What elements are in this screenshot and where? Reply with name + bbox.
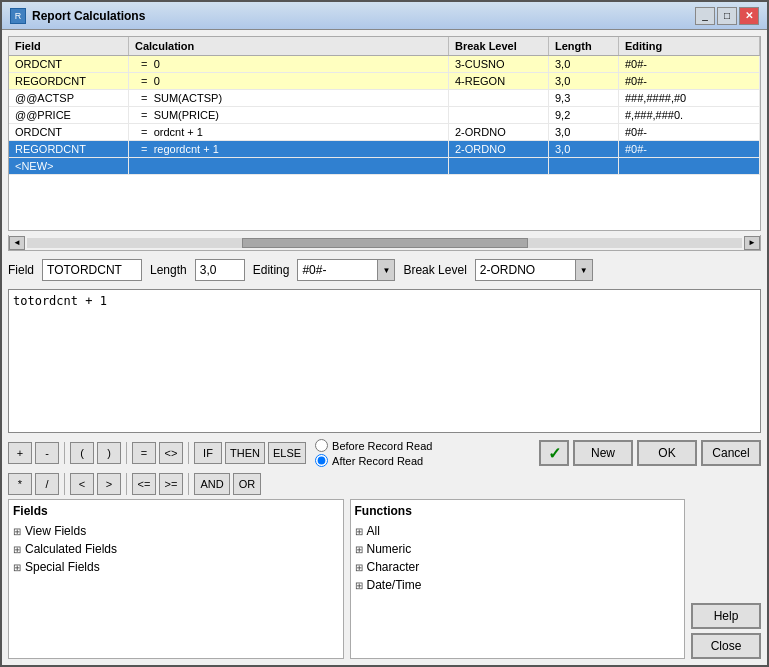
multiply-button[interactable]: * bbox=[8, 473, 32, 495]
cell-editing: #,###,###0. bbox=[619, 107, 760, 123]
table-body: ORDCNT = 0 3-CUSNO 3,0 #0#- REGORDCNT = … bbox=[9, 56, 760, 226]
operator-buttons-row2: * / < > <= >= AND OR bbox=[8, 473, 761, 495]
field-label: Field bbox=[8, 263, 34, 277]
less-button[interactable]: < bbox=[70, 473, 94, 495]
length-input[interactable] bbox=[195, 259, 245, 281]
table-row[interactable]: @@PRICE = SUM(PRICE) 9,2 #,###,###0. bbox=[9, 107, 760, 124]
expand-icon: ⊞ bbox=[13, 544, 21, 555]
table-row[interactable]: ORDCNT = ordcnt + 1 2-ORDNO 3,0 #0#- bbox=[9, 124, 760, 141]
divide-button[interactable]: / bbox=[35, 473, 59, 495]
else-button[interactable]: ELSE bbox=[268, 442, 306, 464]
cell-editing: #0#- bbox=[619, 124, 760, 140]
fields-panel-title: Fields bbox=[13, 504, 339, 518]
close-window-button[interactable]: ✕ bbox=[739, 7, 759, 25]
expand-icon: ⊞ bbox=[355, 580, 363, 591]
editing-label: Editing bbox=[253, 263, 290, 277]
cell-break: 4-REGON bbox=[449, 73, 549, 89]
separator5 bbox=[126, 473, 127, 495]
scroll-left-button[interactable]: ◄ bbox=[9, 236, 25, 250]
and-button[interactable]: AND bbox=[194, 473, 230, 495]
or-button[interactable]: OR bbox=[233, 473, 261, 495]
expand-icon: ⊞ bbox=[355, 544, 363, 555]
view-fields-label: View Fields bbox=[25, 524, 86, 538]
length-label: Length bbox=[150, 263, 187, 277]
close-paren-button[interactable]: ) bbox=[97, 442, 121, 464]
new-button[interactable]: New bbox=[573, 440, 633, 466]
datetime-functions-item[interactable]: ⊞ Date/Time bbox=[355, 576, 681, 594]
break-dropdown-button[interactable]: ▼ bbox=[575, 259, 593, 281]
special-fields-label: Special Fields bbox=[25, 560, 100, 574]
cell-empty bbox=[449, 158, 549, 174]
col-break-level: Break Level bbox=[449, 37, 549, 55]
bottom-panels: Fields ⊞ View Fields ⊞ Calculated Fields… bbox=[8, 499, 761, 659]
equals-button[interactable]: = bbox=[132, 442, 156, 464]
cell-editing: #0#- bbox=[619, 56, 760, 72]
field-name-input[interactable] bbox=[42, 259, 142, 281]
special-fields-item[interactable]: ⊞ Special Fields bbox=[13, 558, 339, 576]
cell-field: ORDCNT bbox=[9, 124, 129, 140]
then-button[interactable]: THEN bbox=[225, 442, 265, 464]
table-row[interactable]: @@ACTSP = SUM(ACTSP) 9,3 ###,####,#0 bbox=[9, 90, 760, 107]
break-input[interactable] bbox=[475, 259, 575, 281]
numeric-functions-item[interactable]: ⊞ Numeric bbox=[355, 540, 681, 558]
after-record-radio[interactable] bbox=[315, 454, 328, 467]
view-fields-item[interactable]: ⊞ View Fields bbox=[13, 522, 339, 540]
col-length: Length bbox=[549, 37, 619, 55]
editing-dropdown-button[interactable]: ▼ bbox=[377, 259, 395, 281]
cell-empty bbox=[549, 158, 619, 174]
cell-break: 2-ORDNO bbox=[449, 124, 549, 140]
expand-icon: ⊞ bbox=[13, 562, 21, 573]
if-button[interactable]: IF bbox=[194, 442, 222, 464]
maximize-button[interactable]: □ bbox=[717, 7, 737, 25]
greater-button[interactable]: > bbox=[97, 473, 121, 495]
table-row[interactable]: ORDCNT = 0 3-CUSNO 3,0 #0#- bbox=[9, 56, 760, 73]
cell-break: 2-ORDNO bbox=[449, 141, 549, 157]
scroll-thumb[interactable] bbox=[242, 238, 528, 248]
cell-length: 3,0 bbox=[549, 124, 619, 140]
bottom-right-buttons: Help Close bbox=[691, 499, 761, 659]
field-settings-row: Field Length Editing ▼ Break Level ▼ bbox=[8, 255, 761, 285]
minus-button[interactable]: - bbox=[35, 442, 59, 464]
before-record-radio[interactable] bbox=[315, 439, 328, 452]
help-button[interactable]: Help bbox=[691, 603, 761, 629]
less-eq-button[interactable]: <= bbox=[132, 473, 156, 495]
main-content: Field Calculation Break Level Length Edi… bbox=[2, 30, 767, 665]
not-equals-button[interactable]: <> bbox=[159, 442, 183, 464]
horizontal-scrollbar[interactable]: ◄ ► bbox=[8, 235, 761, 251]
before-record-radio-label[interactable]: Before Record Read bbox=[315, 439, 432, 452]
table-row[interactable]: REGORDCNT = regordcnt + 1 2-ORDNO 3,0 #0… bbox=[9, 141, 760, 158]
close-button[interactable]: Close bbox=[691, 633, 761, 659]
cell-calc: = SUM(ACTSP) bbox=[129, 90, 449, 106]
col-field: Field bbox=[9, 37, 129, 55]
cell-break bbox=[449, 107, 549, 123]
open-paren-button[interactable]: ( bbox=[70, 442, 94, 464]
calculated-fields-item[interactable]: ⊞ Calculated Fields bbox=[13, 540, 339, 558]
plus-button[interactable]: + bbox=[8, 442, 32, 464]
table-row[interactable]: REGORDCNT = 0 4-REGON 3,0 #0#- bbox=[9, 73, 760, 90]
table-row-new[interactable]: <NEW> bbox=[9, 158, 760, 175]
separator3 bbox=[188, 442, 189, 464]
all-label: All bbox=[367, 524, 380, 538]
all-functions-item[interactable]: ⊞ All bbox=[355, 522, 681, 540]
cell-length: 9,2 bbox=[549, 107, 619, 123]
after-record-radio-label[interactable]: After Record Read bbox=[315, 454, 432, 467]
ok-button[interactable]: OK bbox=[637, 440, 697, 466]
minimize-button[interactable]: _ bbox=[695, 7, 715, 25]
cell-calc: = 0 bbox=[129, 56, 449, 72]
cell-editing: ###,####,#0 bbox=[619, 90, 760, 106]
greater-eq-button[interactable]: >= bbox=[159, 473, 183, 495]
cell-field: ORDCNT bbox=[9, 56, 129, 72]
window-title: Report Calculations bbox=[32, 9, 145, 23]
check-button[interactable]: ✓ bbox=[539, 440, 569, 466]
editing-input[interactable] bbox=[297, 259, 377, 281]
calculated-fields-label: Calculated Fields bbox=[25, 542, 117, 556]
datetime-label: Date/Time bbox=[367, 578, 422, 592]
cancel-button[interactable]: Cancel bbox=[701, 440, 761, 466]
title-bar-left: R Report Calculations bbox=[10, 8, 145, 24]
scroll-track bbox=[27, 238, 742, 248]
scroll-right-button[interactable]: ► bbox=[744, 236, 760, 250]
cell-break: 3-CUSNO bbox=[449, 56, 549, 72]
character-functions-item[interactable]: ⊞ Character bbox=[355, 558, 681, 576]
cell-calc: = SUM(PRICE) bbox=[129, 107, 449, 123]
expression-textarea[interactable]: totordcnt + 1 bbox=[8, 289, 761, 433]
